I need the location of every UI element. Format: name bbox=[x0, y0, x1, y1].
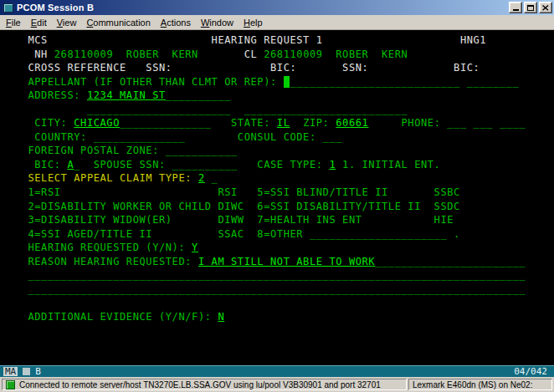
terminal-text: _ SPOUSE SSN: __________ CASE TYPE: bbox=[74, 159, 329, 171]
terminal-text: ADDRESS: bbox=[8, 89, 87, 101]
menu-file[interactable]: File bbox=[1, 17, 26, 28]
terminal-screen[interactable]: MCS HEARING REQUEST 1 HNG1 NH 268110009 … bbox=[0, 30, 554, 365]
terminal-text: 3=DISABILITY WIDOW(ER) DIWW 7=HEALTH INS… bbox=[8, 214, 454, 226]
app-window: PCOM Session B FileEditViewCommunication… bbox=[0, 0, 554, 392]
terminal-text: SELECT APPEAL CLAIM TYPE: bbox=[8, 172, 198, 184]
menu-help[interactable]: Help bbox=[239, 17, 268, 28]
terminal-text: MCS HEARING REQUEST 1 HNG1 bbox=[8, 34, 486, 46]
terminal-row: HEARING REQUESTED (Y/N): Y bbox=[8, 241, 554, 255]
field-value[interactable]: N bbox=[218, 311, 224, 323]
terminal-text: 1. INITIAL ENT. bbox=[336, 159, 440, 171]
terminal-row: NH 268110009 ROBER KERN CL 268110009 ROB… bbox=[8, 48, 554, 62]
field-value[interactable]: 2 bbox=[198, 172, 205, 184]
field-value[interactable]: IL bbox=[277, 117, 290, 129]
maximize-icon bbox=[527, 5, 534, 11]
field-value[interactable]: 60661 bbox=[336, 117, 368, 129]
field-value[interactable]: 1234 MAIN ST bbox=[87, 89, 166, 101]
terminal-text: CITY: bbox=[8, 117, 74, 129]
menu-edit[interactable]: Edit bbox=[26, 17, 52, 28]
terminal-row: 4=SSI AGED/TITLE II SSAC 8=OTHER _______… bbox=[8, 227, 554, 242]
terminal-text: _______________________ bbox=[375, 256, 526, 267]
printer-status-panel: Lexmark E460dn (MS) on Ne02: bbox=[408, 379, 552, 390]
oia-session-id: B bbox=[35, 366, 41, 377]
terminal-row: APPELLANT (IF OTHER THAN CLMT OR REP): _… bbox=[8, 75, 554, 89]
menu-window[interactable]: Window bbox=[196, 17, 239, 28]
oia-bar: MA B 04/042 bbox=[0, 365, 554, 377]
terminal-text: 4=SSI AGED/TITLE II SSAC 8=OTHER _______… bbox=[8, 228, 460, 240]
terminal-text: 268110009 ROBER KERN bbox=[264, 48, 408, 60]
terminal-row: ________________________________________… bbox=[8, 268, 554, 283]
connection-status-panel: Connected to remote server/host TN3270E.… bbox=[2, 379, 407, 390]
terminal-text: HEARING REQUESTED (Y/N): bbox=[8, 242, 192, 253]
terminal-row: 2=DISABILITY WORKER OR CHILD DIWC 6=SSI … bbox=[8, 200, 554, 214]
terminal-row: ADDITIONAL EVIDENCE (Y/N/F): N bbox=[8, 310, 554, 324]
terminal-row: 1=RSI RSI 5=SSI BLIND/TITLE II SSBC bbox=[8, 186, 554, 200]
terminal-text: __________ bbox=[166, 89, 231, 101]
terminal-row bbox=[8, 296, 554, 310]
terminal-row: MCS HEARING REQUEST 1 HNG1 bbox=[8, 33, 554, 48]
app-icon bbox=[3, 3, 13, 13]
status-bar: Connected to remote server/host TN3270E.… bbox=[0, 377, 554, 392]
terminal-text: ADDITIONAL EVIDENCE (Y/N/F): bbox=[8, 311, 218, 323]
terminal-text: 2=DISABILITY WORKER OR CHILD DIWC 6=SSI … bbox=[8, 201, 460, 212]
terminal-text: FOREIGN POSTAL ZONE: ___________ bbox=[8, 145, 238, 156]
terminal-text: 268110009 ROBER KERN bbox=[54, 48, 198, 60]
terminal-text: CL bbox=[198, 48, 264, 60]
title-bar[interactable]: PCOM Session B bbox=[0, 0, 554, 15]
terminal-text: _ bbox=[205, 172, 218, 184]
terminal-text: ________________________________________… bbox=[8, 283, 526, 295]
minimize-button[interactable] bbox=[509, 2, 522, 13]
terminal-text: ______________ STATE: bbox=[120, 117, 277, 129]
connection-message: Connected to remote server/host TN3270E.… bbox=[19, 380, 381, 389]
field-value[interactable]: Y bbox=[192, 242, 198, 253]
terminal-text: ZIP: bbox=[290, 117, 336, 129]
field-value[interactable]: I AM STILL NOT ABLE TO WORK bbox=[198, 256, 375, 267]
close-button[interactable] bbox=[539, 2, 552, 13]
terminal-row: ______________________ _________________… bbox=[8, 103, 554, 117]
terminal-row bbox=[8, 352, 554, 365]
menu-actions[interactable]: Actions bbox=[156, 17, 196, 28]
window-title: PCOM Session B bbox=[17, 3, 94, 13]
terminal-text: __________________________ ________ bbox=[290, 76, 519, 88]
terminal-row: BIC: A_ SPOUSE SSN: __________ CASE TYPE… bbox=[8, 158, 554, 172]
terminal-row: COUNTRY: ______________ CONSUL CODE: ___ bbox=[8, 130, 554, 145]
terminal-row: ________________________________________… bbox=[8, 283, 554, 297]
terminal-row: 3=DISABILITY WIDOW(ER) DIWW 7=HEALTH INS… bbox=[8, 213, 554, 227]
terminal-text: PHONE: ___ ___ ____ bbox=[368, 117, 526, 129]
menu-view[interactable]: View bbox=[52, 17, 82, 28]
oia-cursor-position: 04/042 bbox=[514, 366, 547, 377]
terminal-row: SELECT APPEAL CLAIM TYPE: 2 _ bbox=[8, 171, 554, 186]
menu-communication[interactable]: Communication bbox=[81, 17, 155, 28]
terminal-row bbox=[8, 323, 554, 338]
terminal-row: FOREIGN POSTAL ZONE: ___________ bbox=[8, 144, 554, 158]
terminal-text: ______________________ _________________… bbox=[8, 104, 408, 115]
terminal-row: ADDRESS: 1234 MAIN ST__________ bbox=[8, 89, 554, 103]
maximize-button[interactable] bbox=[524, 2, 537, 13]
oia-system-indicator: MA bbox=[3, 367, 18, 376]
minimize-icon bbox=[513, 9, 519, 11]
field-value[interactable]: CHICAGO bbox=[74, 117, 120, 129]
terminal-text: NH bbox=[8, 48, 54, 60]
terminal-row: REASON HEARING REQUESTED: I AM STILL NOT… bbox=[8, 255, 554, 269]
terminal-text: COUNTRY: ______________ CONSUL CODE: ___ bbox=[8, 131, 342, 143]
terminal-text: 1=RSI RSI 5=SSI BLIND/TITLE II SSBC bbox=[8, 186, 460, 198]
terminal-text: ________________________________________… bbox=[8, 269, 526, 281]
close-icon bbox=[542, 5, 549, 11]
menu-bar: FileEditViewCommunicationActionsWindowHe… bbox=[0, 15, 554, 30]
connection-icon bbox=[6, 380, 15, 389]
terminal-text: REASON HEARING REQUESTED: bbox=[8, 256, 198, 267]
terminal-row: CROSS REFERENCE SSN: BIC: SSN: BIC: bbox=[8, 61, 554, 75]
terminal-row bbox=[8, 338, 554, 352]
printer-name: Lexmark E460dn (MS) on Ne02: bbox=[413, 380, 532, 389]
terminal-text: BIC: bbox=[8, 159, 67, 171]
oia-indicator-block bbox=[23, 368, 30, 375]
terminal-text: CROSS REFERENCE SSN: BIC: SSN: BIC: bbox=[8, 62, 480, 74]
terminal-text: APPELLANT (IF OTHER THAN CLMT OR REP): bbox=[8, 76, 284, 88]
window-controls bbox=[509, 2, 552, 13]
terminal-row: CITY: CHICAGO______________ STATE: IL ZI… bbox=[8, 116, 554, 130]
